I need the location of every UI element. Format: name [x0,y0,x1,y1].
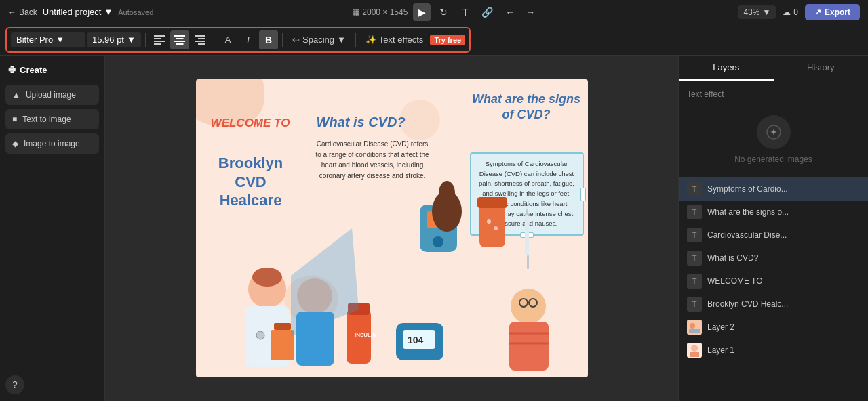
layer-item[interactable]: T Symptoms of Cardio... [679,177,868,200]
layer-item[interactable]: Layer 1 [679,339,868,362]
align-center-button[interactable] [170,30,189,49]
layer-thumb-image [687,320,702,335]
layer-thumb-image [687,343,702,358]
ai-sparkle-icon: ✦ [764,123,783,142]
image-to-image-icon: ◆ [12,139,18,148]
try-free-badge[interactable]: Try free [430,35,465,45]
svg-point-29 [252,268,282,287]
tool-icons-group: ▶ ↻ T 🔗 [413,3,496,21]
export-arrow-icon: ↗ [814,7,821,17]
svg-point-43 [432,191,462,232]
svg-point-37 [519,299,528,307]
cursor-tool[interactable]: ▶ [413,3,431,21]
toolbar-separator-3 [282,33,283,47]
text-effects-button[interactable]: ✨ Text effects [360,32,429,47]
align-right-button[interactable] [191,30,210,49]
svg-point-31 [256,331,264,339]
project-title: Untitled project [43,7,102,17]
svg-rect-26 [527,255,529,269]
layer-item[interactable]: Layer 2 [679,316,868,339]
canvas-area[interactable]: WELCOME TO Brooklyn CVD Healcare What is… [105,56,678,401]
svg-rect-19 [347,310,371,364]
layer-item[interactable]: T WELCOME TO [679,270,868,293]
align-center-icon [174,35,185,45]
svg-rect-51 [689,329,700,333]
ai-generated-section: ✦ No generated images [679,107,868,172]
text-tool[interactable]: T [456,3,474,21]
svg-rect-6 [174,41,185,42]
create-label: Create [20,65,47,75]
symptoms-text: Symptoms of Cardiovascular Disease (CVD)… [479,160,574,227]
back-arrow-icon: ← [8,7,16,17]
layer-thumb-text: T [687,182,702,196]
back-button[interactable]: ← Back [8,7,37,17]
align-left-button[interactable] [150,30,169,49]
main-area: ✙ Create ▲ Upload image ■ Text to image … [0,56,868,401]
design-canvas[interactable]: WELCOME TO Brooklyn CVD Healcare What is… [196,79,588,377]
toolbar-separator-2 [214,33,214,47]
text-to-image-button[interactable]: ■ Text to image [5,109,99,129]
tab-layers[interactable]: Layers [679,56,774,81]
svg-rect-33 [274,323,291,330]
layer-thumb-text: T [687,251,702,266]
italic-button[interactable]: I [239,30,258,49]
layer2-thumbnail [687,320,702,335]
svg-rect-12 [420,205,457,252]
resize-handle[interactable] [580,188,586,201]
upload-image-button[interactable]: ▲ Upload image [5,85,99,105]
toolbar-separator [145,33,146,47]
svg-rect-1 [154,38,161,39]
right-sidebar: Layers History Text effect ✦ No generate… [678,56,868,401]
project-name[interactable]: Untitled project ▼ [43,7,113,17]
brooklyn-cvd-text: Brooklyn CVD Healcare [204,154,298,210]
layer-item[interactable]: T Cardiovascular Dise... [679,224,868,247]
svg-rect-7 [176,43,184,45]
text-effects-label: Text effects [379,35,424,45]
svg-rect-9 [198,38,205,39]
symptoms-text-box[interactable]: Symptoms of Cardiovascular Disease (CVD)… [470,152,584,236]
align-left-icon [154,35,165,45]
svg-rect-0 [154,35,165,37]
cloud-sync-status: ☁ 0 [783,7,798,17]
layer-thumb-text: T [687,228,702,242]
svg-rect-13 [427,211,450,228]
svg-rect-10 [195,41,205,42]
layer-name: WELCOME TO [707,276,860,286]
svg-text:INSULIN: INSULIN [355,332,376,338]
layer-item[interactable]: T What is CVD? [679,247,868,270]
font-size-selector[interactable]: 15.96 pt ▼ [87,32,141,47]
no-images-label: No generated images [734,154,812,164]
right-sidebar-tabs: Layers History [679,56,868,81]
bold-button[interactable]: B [259,30,278,49]
svg-rect-22 [396,323,443,360]
top-bar-center: ▦ 2000 × 1545 ▶ ↻ T 🔗 ← → [161,3,730,21]
ai-icon: ✦ [757,115,791,149]
layer-name: Cardiovascular Dise... [707,230,860,240]
rotate-tool[interactable]: ↻ [435,3,452,21]
zoom-control[interactable]: 43% ▼ [738,5,776,19]
welcome-to-text: WELCOME TO [208,117,293,130]
spacing-button[interactable]: ⇦ Spacing ▼ [287,32,351,47]
layer-thumb-text: T [687,274,702,289]
layer-name: What is CVD? [707,253,860,263]
tab-history[interactable]: History [774,56,869,81]
svg-rect-40 [509,322,549,371]
toolbar-separator-4 [355,33,356,47]
image-to-image-button[interactable]: ◆ Image to image [5,133,99,154]
spacing-icon: ⇦ [292,35,300,45]
undo-button[interactable]: ← [501,3,519,21]
redo-button[interactable]: → [521,3,539,21]
help-button[interactable]: ? [5,375,24,394]
font-family-selector[interactable]: Bitter Pro ▼ [11,32,85,47]
export-button[interactable]: ↗ Export [805,4,860,20]
layers-list: T Symptoms of Cardio... T What are the s… [679,172,868,401]
layer-item[interactable]: T Brooklyn CVD Healc... [679,293,868,316]
font-color-button[interactable]: A [218,30,237,49]
layer-item[interactable]: T What are the signs o... [679,200,868,224]
svg-point-36 [511,289,546,324]
resize-handle-bottom[interactable] [520,232,534,238]
zoom-value: 43% [743,7,760,17]
link-tool[interactable]: 🔗 [478,3,496,21]
layer-name: Symptoms of Cardio... [707,184,860,194]
svg-rect-2 [154,41,165,42]
